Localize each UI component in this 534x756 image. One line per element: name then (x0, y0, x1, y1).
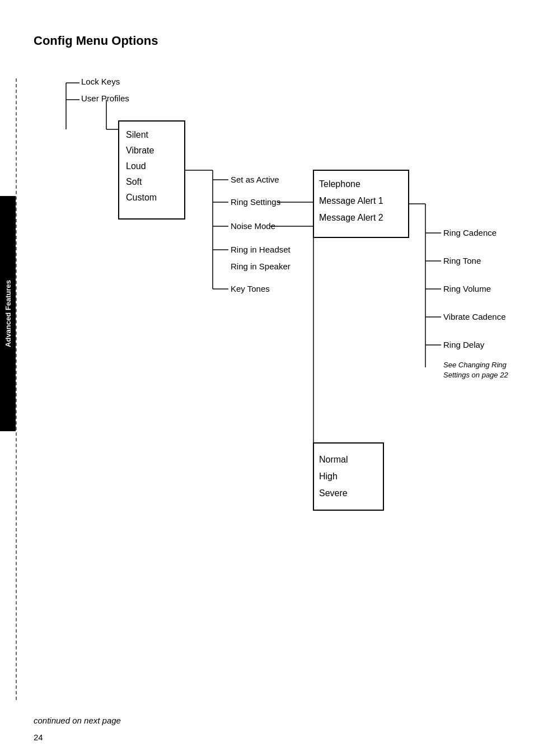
page-container: Advanced Features Config Menu Options Lo… (0, 0, 534, 756)
ring-cadence-label: Ring Cadence (443, 228, 496, 237)
diagram-svg: Lock Keys User Profiles Silent Vibrate L… (34, 71, 515, 586)
main-content: Config Menu Options Lock Keys User Profi… (34, 34, 512, 587)
set-as-active-label: Set as Active (231, 175, 279, 184)
nm-normal: Normal (319, 455, 348, 464)
nm-severe: Severe (319, 488, 348, 498)
vibrate-cadence-label: Vibrate Cadence (443, 312, 505, 321)
page-title: Config Menu Options (34, 34, 512, 48)
lock-keys-label: Lock Keys (81, 77, 120, 86)
key-tones-label: Key Tones (231, 284, 270, 293)
ring-settings-label: Ring Settings (231, 197, 280, 207)
profile-silent: Silent (126, 130, 149, 139)
ring-speaker-label: Ring in Speaker (231, 262, 291, 271)
profile-vibrate: Vibrate (126, 146, 154, 155)
profile-soft: Soft (126, 177, 142, 186)
profile-loud: Loud (126, 161, 146, 171)
see-note-line2: Settings on page 22 (443, 371, 508, 379)
dashed-border-line (16, 78, 17, 700)
profile-custom: Custom (126, 193, 157, 202)
noise-mode-label: Noise Mode (231, 221, 275, 231)
ring-delay-label: Ring Delay (443, 340, 485, 349)
continued-text: continued on next page (34, 716, 121, 725)
ring-volume-label: Ring Volume (443, 284, 491, 293)
rs-msg-alert-2: Message Alert 2 (319, 213, 383, 222)
side-tab: Advanced Features (0, 196, 16, 431)
page-number: 24 (34, 732, 43, 742)
ring-tone-label: Ring Tone (443, 256, 481, 265)
see-note-line1: See Changing Ring (443, 361, 507, 369)
nm-high: High (319, 472, 338, 481)
user-profiles-label: User Profiles (81, 94, 129, 103)
side-tab-label: Advanced Features (4, 280, 12, 347)
rs-telephone: Telephone (319, 179, 360, 189)
ring-headset-label: Ring in Headset (231, 245, 291, 254)
rs-msg-alert-1: Message Alert 1 (319, 196, 383, 206)
